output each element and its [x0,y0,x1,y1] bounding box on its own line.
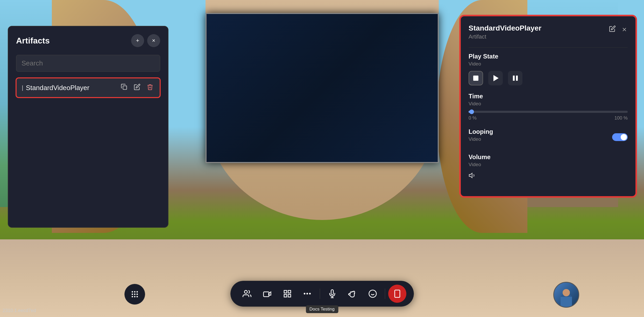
svg-point-27 [563,289,570,296]
video-screen [206,13,439,163]
play-state-section: Play State Video [469,53,628,85]
edit-artifact-button[interactable] [133,83,141,93]
emoji-button[interactable] [364,285,382,303]
camera-button[interactable] [258,285,276,303]
toolbar-separator-2 [385,289,385,299]
looping-section: Looping Video [469,128,628,146]
artifacts-header-buttons: + × [131,34,160,47]
svg-point-10 [137,296,138,297]
svg-point-20 [369,290,376,297]
artifacts-header: Artifacts + × [16,34,160,47]
time-title: Time [469,93,628,100]
more-button[interactable]: ••• [299,285,317,303]
play-state-title: Play State [469,53,628,60]
svg-point-7 [137,293,138,295]
svg-marker-1 [469,173,472,178]
svg-point-3 [134,291,135,292]
volume-title: Volume [469,153,628,161]
close-video-player-button[interactable]: × [621,24,628,35]
volume-subtitle: Video [469,162,628,167]
close-artifacts-button[interactable]: × [147,34,160,47]
copy-artifact-button[interactable] [120,83,129,93]
svg-point-9 [134,296,135,297]
toolbar-label: Docs Testing [306,305,338,313]
layout-button[interactable] [278,285,296,303]
artifact-item-icons [120,83,154,93]
stop-button[interactable] [469,71,483,85]
microphone-button[interactable] [323,285,341,303]
search-container [16,55,160,72]
delete-artifact-button[interactable] [146,83,154,93]
artifacts-panel: Artifacts + × | StandardVideoPlayer [8,26,168,228]
time-subtitle: Video [469,101,628,107]
svg-point-11 [244,290,247,293]
volume-section: Volume Video [469,153,628,181]
people-button[interactable] [238,285,256,303]
svg-rect-28 [561,297,572,307]
vp-panel-subtitle: Artifact [469,33,541,40]
play-button[interactable] [488,71,503,85]
svg-point-4 [137,291,138,292]
header-divider [469,47,628,48]
play-state-subtitle: Video [469,61,628,67]
svg-rect-15 [288,290,291,293]
play-controls [469,71,628,85]
svg-rect-16 [288,294,291,297]
version-text: 2310.1.eecd7ed [3,308,36,313]
raise-hand-button[interactable] [343,285,362,303]
pause-bar-1 [513,76,515,81]
svg-point-5 [132,293,133,295]
slider-track [469,111,628,113]
user-avatar [553,282,579,308]
slider-min-label: 0 % [469,115,477,121]
looping-toggle[interactable] [612,133,628,141]
time-section: Time Video 0 % 100 % [469,93,628,121]
toolbar-separator-1 [320,289,320,299]
slider-max-label: 100 % [614,115,628,121]
looping-title: Looping [469,128,493,135]
artifact-item-name: StandardVideoPlayer [26,84,120,92]
vp-panel-header: StandardVideoPlayer Artifact × [469,24,628,40]
svg-rect-0 [123,86,127,90]
looping-subtitle: Video [469,136,493,142]
bottom-toolbar: ••• Docs Testing [230,281,414,307]
svg-point-8 [132,296,133,297]
search-input[interactable] [16,55,160,72]
svg-point-2 [132,291,133,292]
slider-thumb [469,109,474,114]
volume-icon [469,172,628,181]
edit-video-player-button[interactable] [608,24,617,35]
video-screen-inner [207,14,438,162]
video-player-panel: StandardVideoPlayer Artifact × Play Stat… [460,16,636,197]
svg-rect-14 [284,290,287,293]
share-button[interactable] [388,285,406,303]
svg-point-6 [134,293,135,295]
play-icon [493,75,499,81]
time-slider-container: 0 % 100 % [469,111,628,121]
svg-rect-17 [284,294,287,297]
vp-header-actions: × [608,24,628,35]
artifact-list-item[interactable]: | StandardVideoPlayer [16,78,160,98]
grid-button[interactable] [124,284,145,305]
vp-panel-title: StandardVideoPlayer [469,24,541,32]
artifacts-title: Artifacts [16,36,50,46]
looping-text-group: Looping Video [469,128,493,146]
vp-title-group: StandardVideoPlayer Artifact [469,24,541,40]
slider-labels: 0 % 100 % [469,115,628,121]
pause-icon [513,76,518,81]
pause-bar-2 [516,76,518,81]
add-artifact-button[interactable]: + [131,34,144,47]
toggle-knob [621,134,627,140]
svg-rect-23 [395,290,400,297]
pause-button[interactable] [508,71,522,85]
stop-icon [473,76,478,81]
looping-toggle-row: Looping Video [469,128,628,146]
svg-rect-12 [263,292,269,297]
